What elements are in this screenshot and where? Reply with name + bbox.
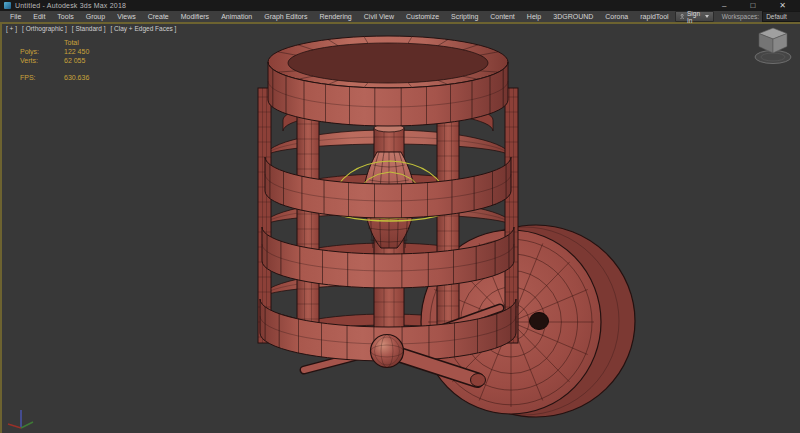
window-title: Untitled - Autodesk 3ds Max 2018 — [15, 2, 126, 9]
menu-item[interactable]: 3DGROUND — [547, 11, 599, 22]
menu-item[interactable]: Help — [521, 11, 547, 22]
close-button[interactable]: ✕ — [779, 0, 786, 11]
user-icon — [680, 13, 684, 20]
viewport-menu-general[interactable]: [ + ] — [6, 25, 17, 32]
window-controls: – □ ✕ — [722, 0, 796, 11]
title-bar: Untitled - Autodesk 3ds Max 2018 – □ ✕ — [0, 0, 800, 11]
workspaces-control: Workspaces: Default — [722, 11, 800, 22]
menu-item[interactable]: Edit — [27, 11, 51, 22]
stats-verts-row: Verts:62 055 — [20, 56, 89, 65]
stats-polys-row: Polys:122 450 — [20, 47, 89, 56]
maximize-button[interactable]: □ — [750, 0, 755, 11]
menu-item[interactable]: Civil View — [358, 11, 400, 22]
viewport[interactable]: [ + ] [ Orthographic ] [ Standard ] [ Cl… — [0, 24, 800, 433]
menu-item[interactable]: Customize — [400, 11, 445, 22]
sign-in-button[interactable]: Sign In — [675, 11, 714, 22]
viewport-menu-renderer[interactable]: [ Standard ] — [72, 25, 106, 32]
menu-item[interactable]: Scripting — [445, 11, 484, 22]
3ds-max-logo-icon — [4, 2, 11, 9]
menu-item[interactable]: Rendering — [313, 11, 357, 22]
viewport-menu-shading[interactable]: [ Clay + Edged Faces ] — [110, 25, 176, 32]
app-window: Untitled - Autodesk 3ds Max 2018 – □ ✕ F… — [0, 0, 800, 433]
menu-item[interactable]: Group — [80, 11, 111, 22]
menu-item[interactable]: rapidTool — [634, 11, 674, 22]
menu-item[interactable]: Views — [111, 11, 142, 22]
menu-item[interactable]: Content — [484, 11, 521, 22]
menu-item[interactable]: Tools — [51, 11, 79, 22]
menu-item[interactable]: Animation — [215, 11, 258, 22]
chevron-down-icon — [705, 15, 709, 18]
menu-item[interactable]: Corona — [599, 11, 634, 22]
menu-item[interactable]: Create — [142, 11, 175, 22]
menu-item[interactable]: File — [4, 11, 27, 22]
workspaces-dropdown[interactable]: Default — [762, 11, 800, 22]
viewport-canvas[interactable] — [2, 24, 800, 433]
menu-bar: File Edit Tools Group Views Create Modif… — [0, 11, 800, 24]
menu-item[interactable]: Modifiers — [175, 11, 215, 22]
minimize-button[interactable]: – — [722, 0, 726, 11]
stats-fps-row: FPS:630.636 — [20, 73, 89, 82]
stats-header-row: Total — [20, 38, 89, 47]
main-menu: File Edit Tools Group Views Create Modif… — [4, 11, 675, 22]
viewport-label: [ + ] [ Orthographic ] [ Standard ] [ Cl… — [6, 25, 176, 32]
world-axis-tripod — [8, 410, 33, 428]
sign-in-label: Sign In — [687, 10, 702, 24]
viewport-menu-pov[interactable]: [ Orthographic ] — [22, 25, 67, 32]
menu-item[interactable]: Graph Editors — [258, 11, 313, 22]
workspaces-value: Default — [766, 13, 787, 20]
view-cube[interactable] — [755, 28, 791, 64]
viewport-statistics: Total Polys:122 450 Verts:62 055 FPS:630… — [20, 38, 89, 82]
workspaces-label: Workspaces: — [722, 13, 759, 20]
